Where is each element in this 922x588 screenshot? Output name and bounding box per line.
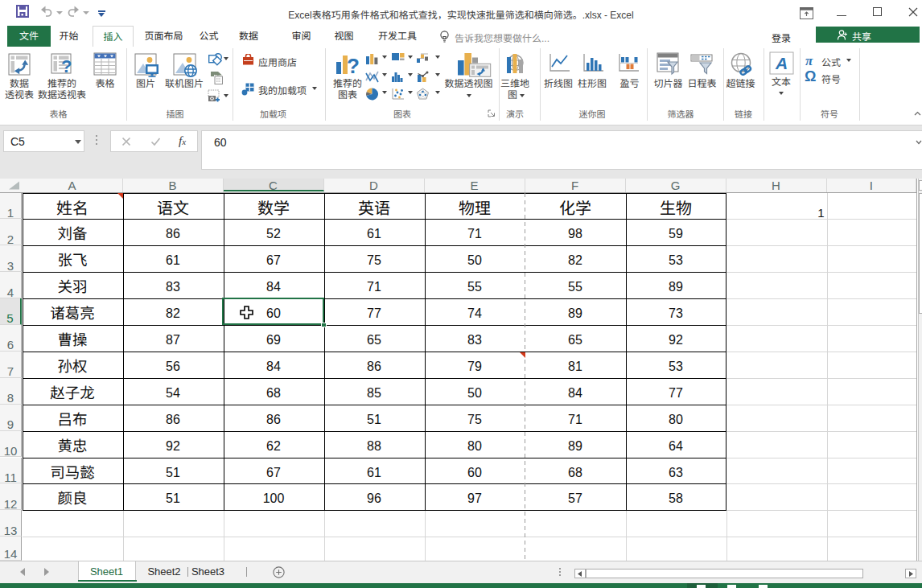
svg-text:?: ? [347,54,360,76]
svg-text:?: ? [61,56,72,76]
svg-text:A: A [775,54,788,72]
